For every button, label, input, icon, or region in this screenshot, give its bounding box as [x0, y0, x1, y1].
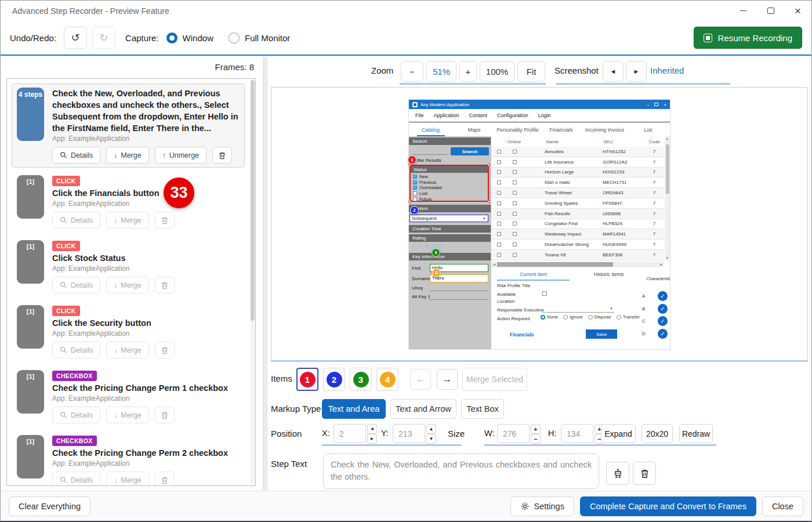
row-sku: FPS5847 [603, 201, 644, 206]
markup-marker-1: 1 [408, 155, 416, 164]
step-details-button[interactable]: Details [52, 407, 100, 423]
previous-item-button[interactable]: ← [410, 369, 431, 390]
x-decrease-button[interactable]: ◄ [367, 424, 377, 434]
step-card[interactable]: [1]CHECKBOXCheck the Pricing Change Perm… [12, 366, 245, 427]
redraw-button[interactable]: Redraw [679, 424, 713, 443]
item-button-4[interactable]: 4 [376, 368, 398, 391]
width-increase-button[interactable]: + [531, 424, 541, 434]
scroll-down-icon: ▼ [665, 256, 670, 260]
close-dialog-button[interactable]: Close [762, 496, 803, 516]
search-section-header: Search [409, 137, 491, 145]
radio-unselected-icon [229, 32, 240, 44]
step-details-button[interactable]: Details [52, 342, 100, 358]
y-decrease-button[interactable]: ▲ [426, 424, 436, 434]
footer-bar: Clear Everything Settings Complete Captu… [1, 491, 811, 521]
step-delete-button[interactable] [155, 472, 175, 486]
step-card[interactable]: 4 stepsCheck the New, Overloaded, and Pr… [12, 84, 245, 168]
zoom-100-button[interactable]: 100% [480, 61, 514, 82]
step-card[interactable]: [1]CLICKClick the Financials buttonApp: … [12, 171, 245, 233]
screenshot-prev-button[interactable]: ◄ [603, 61, 624, 82]
step-delete-button[interactable] [155, 212, 175, 229]
step-merge-button[interactable]: ↓Merge [106, 277, 148, 293]
capture-window-radio[interactable]: Window [166, 32, 213, 44]
key-information-header: Key Information [409, 253, 491, 260]
row-checkbox-icon [497, 180, 501, 184]
settings-button[interactable]: Settings [510, 496, 574, 516]
inherited-link[interactable]: Inherited [650, 66, 684, 75]
width-decrease-button[interactable]: − [531, 434, 541, 444]
item-button-1[interactable]: 1 [296, 368, 318, 391]
step-delete-button[interactable] [155, 277, 175, 293]
maximize-button[interactable] [757, 1, 784, 21]
step-merge-button[interactable]: ↓Merge [106, 212, 148, 229]
height-input[interactable] [561, 424, 593, 443]
steps-scrollbar[interactable] [251, 80, 255, 484]
step-merge-button[interactable]: ↓Merge [106, 407, 148, 423]
y-increase-button[interactable]: ▼ [426, 434, 436, 444]
generate-text-button[interactable] [606, 462, 629, 485]
radio-unselected-icon [563, 315, 568, 320]
width-input[interactable] [497, 424, 530, 443]
step-text-input[interactable]: Check the New, Overloaded, and Previous … [323, 454, 599, 489]
item-number-badge: 2 [327, 372, 342, 387]
screenshot-preview[interactable]: Any Modern Application – × FileApplicati… [271, 87, 808, 362]
step-merge-button[interactable]: ↓Merge [106, 472, 148, 486]
screenshot-next-button[interactable]: ► [626, 61, 647, 82]
zoom-out-button[interactable]: − [401, 61, 423, 82]
step-count-badge: [1] [17, 435, 44, 478]
step-details-button[interactable]: Details [52, 147, 100, 164]
item-button-3[interactable]: 3 [350, 368, 372, 391]
step-details-button[interactable]: Details [52, 212, 100, 229]
step-delete-button[interactable] [212, 147, 232, 164]
step-merge-button[interactable]: ↓Merge [106, 147, 148, 164]
redo-button[interactable]: ↻ [92, 27, 115, 49]
zoom-value-button[interactable]: 51% [426, 61, 456, 82]
x-input[interactable] [334, 424, 366, 443]
step-details-button[interactable]: Details [52, 472, 100, 486]
capture-full-monitor-label: Full Monitor [245, 33, 290, 43]
step-delete-button[interactable] [155, 407, 175, 423]
markup-type-text-box[interactable]: Text Box [461, 399, 504, 419]
step-card[interactable]: [1]CHECKBOXCheck the Pricing Change Perm… [12, 431, 245, 486]
step-app-label: App: ExampleApplication [52, 459, 240, 467]
position-group-underline [322, 444, 461, 446]
step-unmerge-button[interactable]: ↑Unmerge [155, 147, 206, 164]
expand-button[interactable]: Expand [601, 424, 636, 443]
markup-type-text-and-area[interactable]: Text and Area [322, 399, 386, 419]
zoom-in-button[interactable]: + [459, 61, 477, 82]
resume-recording-button[interactable]: Resume Recording [694, 27, 802, 49]
minimize-button[interactable] [730, 1, 757, 21]
markup-type-text-and-arrow[interactable]: Text and Arrow [390, 399, 456, 419]
grid-20x20-button[interactable]: 20x20 [641, 424, 673, 443]
markup-marker-2: 2 [410, 206, 419, 215]
captured-app-sidebar: Search Search Filter Results Status ✓New… [409, 136, 491, 349]
characteristic-letter: D [642, 331, 646, 336]
capture-full-monitor-radio[interactable]: Full Monitor [229, 32, 290, 44]
record-icon [704, 34, 712, 42]
close-button[interactable]: × [784, 1, 811, 21]
checked-checkbox-icon: ✓ [413, 180, 417, 184]
financials-link: Financials [510, 332, 534, 338]
clear-everything-button[interactable]: Clear Everything [9, 496, 90, 516]
step-card[interactable]: [1]CLICKClick Stock StatusApp: ExampleAp… [12, 236, 245, 298]
merge-selected-button[interactable]: Merge Selected [462, 368, 527, 391]
step-details-button[interactable]: Details [52, 277, 100, 293]
trash-icon [640, 469, 650, 478]
delete-step-text-button[interactable] [633, 462, 656, 485]
step-delete-button[interactable] [155, 342, 175, 358]
row-sku: BEEF308 [603, 252, 644, 258]
steps-scrollbar-thumb[interactable] [251, 80, 255, 321]
item-button-2[interactable]: 2 [323, 368, 345, 391]
resize-handle [408, 200, 411, 203]
x-increase-button[interactable]: ► [367, 434, 377, 444]
zoom-fit-button[interactable]: Fit [517, 61, 545, 82]
step-merge-button[interactable]: ↓Merge [106, 342, 148, 358]
y-input[interactable] [393, 424, 425, 443]
undo-button[interactable]: ↺ [64, 27, 87, 49]
complete-capture-button[interactable]: Complete Capture and Convert to Frames [580, 496, 756, 516]
characteristic-check-icon: ✓ [658, 316, 668, 326]
step-card[interactable]: [1]CLICKClick the Security buttonApp: Ex… [12, 301, 245, 362]
characteristic-row-c: C✓ [642, 315, 668, 328]
panel-splitter[interactable] [263, 57, 267, 491]
next-item-button[interactable]: → [437, 369, 458, 390]
